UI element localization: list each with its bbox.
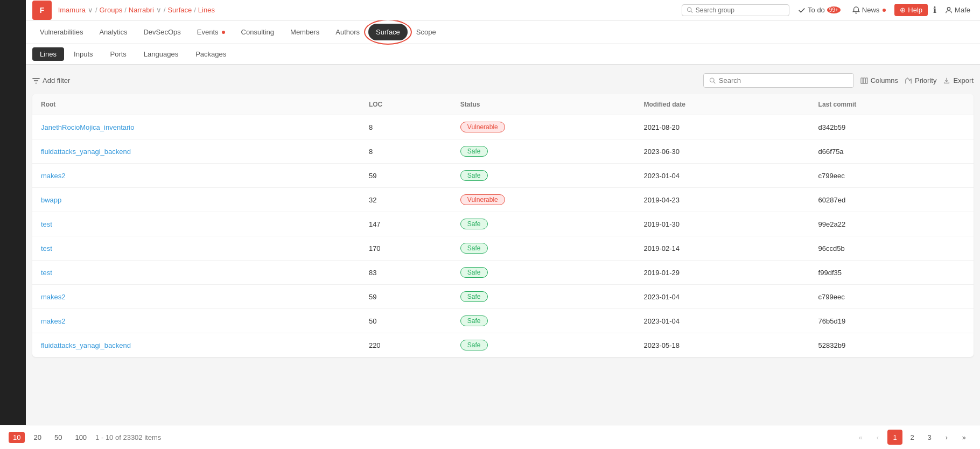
cell-last-commit: 60287ed	[810, 188, 974, 212]
cell-status: Safe	[452, 285, 635, 309]
tab-scope[interactable]: Scope	[409, 24, 444, 40]
table-row: test 170 Safe 2019-02-14 96ccd5b	[32, 236, 974, 261]
tab-analytics[interactable]: Analytics	[92, 24, 135, 40]
table-row: makes2 50 Safe 2023-01-04 76b5d19	[32, 309, 974, 333]
export-icon	[943, 77, 950, 85]
tab-devsecops[interactable]: DevSecOps	[136, 24, 188, 40]
cell-modified-date: 2019-01-30	[635, 212, 810, 236]
root-link[interactable]: makes2	[41, 293, 66, 301]
tab-surface-wrapper: Surface	[368, 24, 408, 40]
columns-button[interactable]: Columns	[860, 76, 898, 85]
cell-root: fluidattacks_yanagi_backend	[32, 139, 360, 164]
svg-rect-7	[865, 78, 867, 83]
status-badge: Vulnerable	[460, 194, 505, 205]
tab-vulnerabilities[interactable]: Vulnerabilities	[32, 24, 90, 40]
tab-consulting[interactable]: Consulting	[234, 24, 282, 40]
breadcrumb-narrabri[interactable]: Narrabri	[129, 6, 154, 14]
cell-root: test	[32, 212, 360, 236]
page-3-button[interactable]: 3	[922, 430, 937, 444]
subtab-lines[interactable]: Lines	[32, 47, 64, 61]
search-box[interactable]	[703, 73, 854, 88]
help-button[interactable]: ⊕ Help	[894, 4, 928, 16]
search-group-container[interactable]	[682, 4, 789, 16]
table-row: test 83 Safe 2019-01-29 f99df35	[32, 261, 974, 285]
first-page-button[interactable]: «	[853, 430, 868, 444]
cell-last-commit: 52832b9	[810, 333, 974, 357]
cell-last-commit: 76b5d19	[810, 309, 974, 333]
cell-loc: 8	[360, 139, 452, 164]
root-link[interactable]: test	[41, 220, 52, 228]
breadcrumb-surface[interactable]: Surface	[167, 6, 192, 14]
app-logo: F	[32, 1, 52, 20]
table-row: fluidattacks_yanagi_backend 220 Safe 202…	[32, 333, 974, 357]
cell-loc: 8	[360, 115, 452, 139]
user-menu[interactable]: Mafe	[942, 4, 974, 16]
cell-root: bwapp	[32, 188, 360, 212]
next-page-button[interactable]: ›	[939, 430, 954, 444]
priority-button[interactable]: Priority	[905, 76, 936, 85]
cell-root: test	[32, 261, 360, 285]
status-badge: Vulnerable	[460, 122, 505, 132]
toolbar-right: Columns Priority Export	[703, 73, 974, 88]
top-nav-right: To do 99+ News ⊕ Help ℹ	[682, 4, 974, 16]
cell-modified-date: 2019-04-23	[635, 188, 810, 212]
last-page-button[interactable]: »	[956, 430, 971, 444]
root-link[interactable]: fluidattacks_yanagi_backend	[41, 148, 131, 156]
data-table: Root LOC Status Modified date Last commi…	[32, 94, 974, 357]
info-button[interactable]: ℹ	[933, 5, 936, 15]
table-toolbar: Add filter Columns	[32, 73, 974, 88]
breadcrumb-groups[interactable]: Groups	[100, 6, 123, 14]
subtab-ports[interactable]: Ports	[103, 47, 134, 61]
cell-loc: 170	[360, 236, 452, 261]
news-button[interactable]: News	[849, 4, 890, 16]
prev-page-button[interactable]: ‹	[870, 430, 885, 444]
search-group-input[interactable]	[696, 6, 785, 14]
table-row: makes2 59 Safe 2023-01-04 c799eec	[32, 164, 974, 188]
breadcrumb: F Imamura ∨ / Groups / Narrabri ∨ / Surf…	[32, 1, 215, 20]
cell-last-commit: c799eec	[810, 285, 974, 309]
table-row: fluidattacks_yanagi_backend 8 Safe 2023-…	[32, 139, 974, 164]
page-size-100[interactable]: 100	[71, 432, 91, 443]
root-link[interactable]: makes2	[41, 172, 66, 180]
subtab-languages[interactable]: Languages	[136, 47, 186, 61]
cell-status: Safe	[452, 212, 635, 236]
todo-button[interactable]: To do 99+	[795, 4, 844, 16]
page-size-50[interactable]: 50	[50, 432, 66, 443]
cell-loc: 59	[360, 285, 452, 309]
subtab-inputs[interactable]: Inputs	[66, 47, 100, 61]
status-badge: Safe	[460, 170, 488, 181]
status-badge: Safe	[460, 267, 488, 278]
cell-root: makes2	[32, 285, 360, 309]
page-size-10[interactable]: 10	[9, 432, 25, 443]
root-link[interactable]: JanethRocioMojica_inventario	[41, 123, 134, 131]
svg-rect-6	[863, 78, 865, 83]
cell-modified-date: 2023-01-04	[635, 285, 810, 309]
root-link[interactable]: test	[41, 269, 52, 277]
page-size-20[interactable]: 20	[29, 432, 45, 443]
add-filter-button[interactable]: Add filter	[32, 76, 70, 85]
search-icon	[709, 77, 716, 84]
export-button[interactable]: Export	[943, 76, 974, 85]
main-tabs: Vulnerabilities Analytics DevSecOps Even…	[26, 20, 980, 44]
root-link[interactable]: makes2	[41, 317, 66, 325]
bell-icon	[852, 6, 860, 14]
page-1-button[interactable]: 1	[887, 430, 902, 444]
tab-members[interactable]: Members	[283, 24, 327, 40]
breadcrumb-imamura[interactable]: Imamura	[58, 6, 86, 14]
cell-last-commit: f99df35	[810, 261, 974, 285]
table-search-input[interactable]	[719, 76, 848, 85]
cell-status: Safe	[452, 333, 635, 357]
status-badge: Safe	[460, 291, 488, 302]
root-link[interactable]: test	[41, 244, 52, 252]
page-2-button[interactable]: 2	[905, 430, 920, 444]
cell-last-commit: 99e2a22	[810, 212, 974, 236]
tab-events[interactable]: Events	[190, 24, 233, 40]
root-link[interactable]: bwapp	[41, 196, 61, 204]
cell-modified-date: 2023-06-30	[635, 139, 810, 164]
cell-loc: 83	[360, 261, 452, 285]
status-badge: Safe	[460, 243, 488, 254]
tab-authors[interactable]: Authors	[328, 24, 367, 40]
subtab-packages[interactable]: Packages	[188, 47, 234, 61]
tab-surface[interactable]: Surface	[368, 24, 408, 40]
root-link[interactable]: fluidattacks_yanagi_backend	[41, 341, 131, 349]
